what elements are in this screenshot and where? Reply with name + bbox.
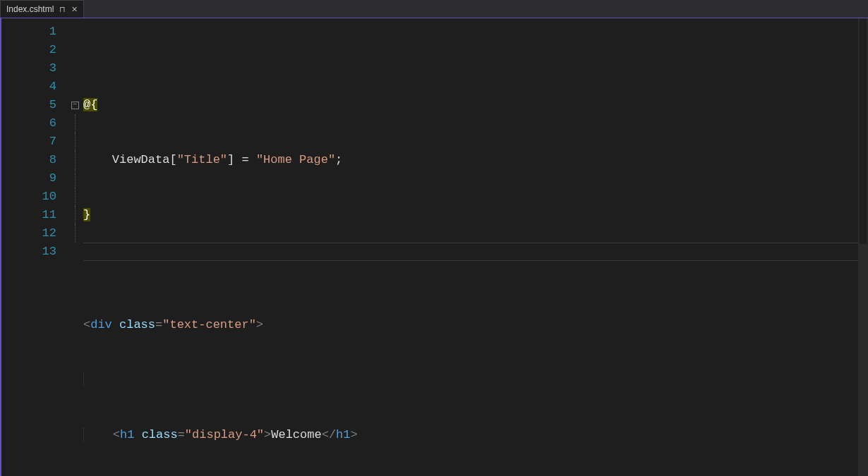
scrollbar-thumb[interactable] [860,18,867,244]
pin-icon[interactable]: ⊓ [59,5,66,14]
tab-title: Index.cshtml [6,4,54,14]
tab-bar: Index.cshtml ⊓ ✕ [0,0,868,18]
fold-toggle-icon[interactable]: − [71,102,79,109]
fold-column: − [66,18,83,476]
line-number-gutter: 1 2 3 4 5 6 7 8 9 10 11 12 13 [0,18,66,476]
close-icon[interactable]: ✕ [71,5,78,14]
code-editor[interactable]: 1 2 3 4 5 6 7 8 9 10 11 12 13 − @{ ViewD… [0,18,868,476]
accent-stripe [0,18,1,476]
tab-index-cshtml[interactable]: Index.cshtml ⊓ ✕ [0,0,84,18]
code-area[interactable]: @{ ViewData["Title"] = "Home Page"; } <d… [83,18,868,476]
vertical-scrollbar[interactable] [858,18,868,476]
current-line-highlight [83,243,868,261]
